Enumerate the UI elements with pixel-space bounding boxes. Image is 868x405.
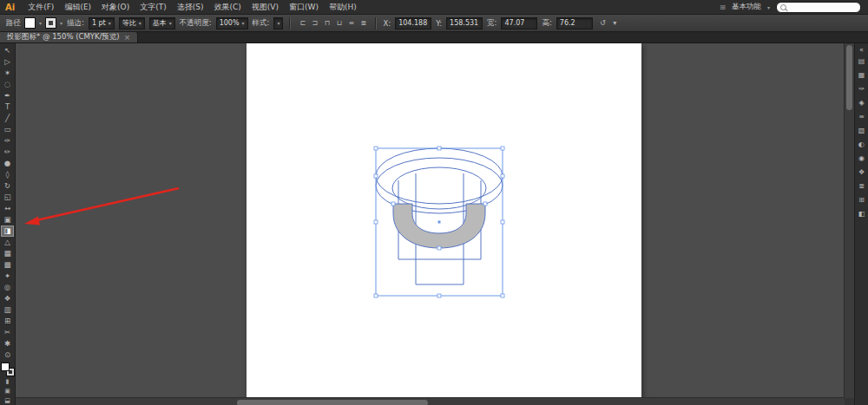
tool-glyph: ⊙ xyxy=(4,350,10,359)
swatches-panel-icon[interactable]: ▦ xyxy=(856,69,867,82)
y-field[interactable]: 158.531 xyxy=(446,17,483,29)
document-tab[interactable]: 投影图标* @ 150% (CMYK/预览) × xyxy=(0,32,138,42)
menu-item[interactable]: 文件(F) xyxy=(23,2,59,13)
artboards-panel-icon[interactable]: ⊞ xyxy=(856,193,867,207)
width-profile-dropdown[interactable]: 等比 ▾ xyxy=(119,17,145,29)
stroke-caret-icon[interactable]: ▾ xyxy=(60,20,62,26)
align-top-icon[interactable]: ⊓ xyxy=(321,17,332,29)
width-tool[interactable]: ↔ xyxy=(1,203,14,214)
fill-caret-icon[interactable]: ▾ xyxy=(39,20,42,26)
pen-tool[interactable]: ✒ xyxy=(1,90,14,101)
menubar-right: ⊞ 基本功能 ▾ xyxy=(720,2,868,13)
selection-tool[interactable]: ↖ xyxy=(1,45,14,56)
fill-color-swatch[interactable] xyxy=(25,18,35,28)
color-panel-icon[interactable]: ▤ xyxy=(856,55,867,69)
distribute-horizontal-icon[interactable]: ≡ xyxy=(345,17,357,29)
panel-glyph: ◧ xyxy=(858,210,865,218)
selection-type-label: 路径 xyxy=(6,18,21,29)
symbols-panel-icon[interactable]: ◈ xyxy=(856,96,867,110)
paintbrush-tool[interactable]: ✑ xyxy=(1,135,14,147)
style-dropdown[interactable]: ▾ xyxy=(273,17,283,29)
rectangle-tool[interactable]: ▭ xyxy=(1,124,14,135)
pathfinder-panel-icon[interactable]: ◧ xyxy=(856,207,867,221)
align-right-icon[interactable]: ⊐ xyxy=(309,17,320,29)
fill-proxy-swatch[interactable] xyxy=(2,363,9,370)
horizontal-scrollbar-thumb[interactable] xyxy=(237,400,428,405)
brush-definition-dropdown[interactable]: 基本 ▾ xyxy=(149,17,175,29)
free-transform-tool[interactable]: ▣ xyxy=(1,214,14,225)
tool-glyph: ▣ xyxy=(3,215,10,224)
magic-wand-tool[interactable]: ✶ xyxy=(1,68,14,79)
fill-stroke-control[interactable] xyxy=(2,363,14,376)
gradient-tool[interactable]: ▩ xyxy=(1,259,14,271)
menu-item[interactable]: 文字(T) xyxy=(135,2,172,13)
distribute-vertical-icon[interactable]: ≣ xyxy=(358,17,369,29)
menu-item[interactable]: 视图(V) xyxy=(247,2,284,13)
menu-item[interactable]: 选择(S) xyxy=(172,2,209,13)
expand-panels-button[interactable]: « xyxy=(859,45,864,55)
stroke-weight-label: 描边: xyxy=(67,18,84,29)
x-field[interactable]: 104.188 xyxy=(395,17,431,29)
vertical-scrollbar-thumb[interactable] xyxy=(846,45,852,110)
gray-ring-segment[interactable] xyxy=(393,204,485,248)
eyedropper-tool[interactable]: ✦ xyxy=(1,271,14,282)
menu-item[interactable]: 帮助(H) xyxy=(324,2,362,13)
slice-tool[interactable]: ✂ xyxy=(1,327,14,338)
stroke-weight-field[interactable]: 1 pt ▾ xyxy=(89,17,115,29)
opacity-field[interactable]: 100% ▾ xyxy=(216,17,248,29)
zoom-tool[interactable]: ⊙ xyxy=(1,349,14,361)
width-field[interactable]: 47.07 xyxy=(501,17,537,29)
selection-handles[interactable] xyxy=(374,147,504,297)
color-mode-icon[interactable]: ▮ xyxy=(6,378,10,385)
transform-menu-icon[interactable]: ↺ xyxy=(597,17,608,29)
canvas[interactable] xyxy=(16,43,854,405)
eraser-tool[interactable]: ◊ xyxy=(1,169,14,180)
mesh-tool[interactable]: ▦ xyxy=(1,248,14,259)
pencil-tool[interactable]: ✏ xyxy=(1,147,14,158)
tool-glyph: ↖ xyxy=(4,46,10,55)
rotate-tool[interactable]: ↻ xyxy=(1,180,14,192)
symbol-sprayer-tool[interactable]: ❖ xyxy=(1,293,14,304)
close-icon[interactable]: × xyxy=(124,34,131,42)
height-field[interactable]: 76.2 xyxy=(556,17,593,29)
appearance-panel-icon[interactable]: ◉ xyxy=(856,152,867,166)
stroke-color-swatch[interactable] xyxy=(46,18,56,28)
align-left-icon[interactable]: ⊏ xyxy=(297,17,308,29)
tool-glyph: ▷ xyxy=(4,57,10,66)
menu-item[interactable]: 对象(O) xyxy=(96,2,135,13)
direct-selection-tool[interactable]: ▷ xyxy=(1,56,14,68)
graphic-styles-panel-icon[interactable]: ❖ xyxy=(856,166,867,180)
shape-builder-tool[interactable]: ◨ xyxy=(1,225,14,237)
align-bottom-icon[interactable]: ⊔ xyxy=(333,17,345,29)
hand-tool[interactable]: ✱ xyxy=(1,338,14,349)
menu-item[interactable]: 窗口(W) xyxy=(284,2,324,13)
workspace-switcher-icon: ⊞ xyxy=(720,3,726,11)
artwork-selection[interactable] xyxy=(247,43,641,398)
gradient-panel-icon[interactable]: ▧ xyxy=(856,124,867,138)
lasso-tool[interactable]: ◌ xyxy=(1,79,14,90)
layers-panel-icon[interactable]: ≣ xyxy=(856,180,867,193)
panel-glyph: ◐ xyxy=(858,140,865,148)
artboard-tool[interactable]: ⊞ xyxy=(1,316,14,327)
menu-item[interactable]: 效果(C) xyxy=(208,2,246,13)
screen-mode-icon[interactable]: ⬓ xyxy=(4,397,10,404)
line-segment-tool[interactable]: ╱ xyxy=(1,113,14,124)
menu-item[interactable]: 编辑(E) xyxy=(59,2,96,13)
tool-glyph: ❖ xyxy=(4,294,11,303)
stroke-weight-value: 1 pt xyxy=(92,19,106,27)
workspace-switcher[interactable]: 基本功能 xyxy=(732,2,761,12)
vertical-scrollbar[interactable] xyxy=(844,43,854,398)
brushes-panel-icon[interactable]: ✑ xyxy=(856,82,867,96)
blob-brush-tool[interactable]: ● xyxy=(1,158,14,169)
scale-tool[interactable]: ◱ xyxy=(1,192,14,203)
perspective-grid-tool[interactable]: △ xyxy=(1,237,14,248)
type-tool[interactable]: T xyxy=(1,101,14,113)
blend-tool[interactable]: ◎ xyxy=(1,282,14,293)
transparency-panel-icon[interactable]: ◐ xyxy=(856,138,867,152)
column-graph-tool[interactable]: ▥ xyxy=(1,304,14,316)
horizontal-scrollbar[interactable] xyxy=(16,397,845,405)
search-input[interactable] xyxy=(776,2,861,13)
draw-mode-icon[interactable]: ▣ xyxy=(4,388,10,395)
control-panel-menu-icon[interactable]: ▾ xyxy=(609,17,621,29)
stroke-panel-icon[interactable]: ≡ xyxy=(856,110,867,124)
